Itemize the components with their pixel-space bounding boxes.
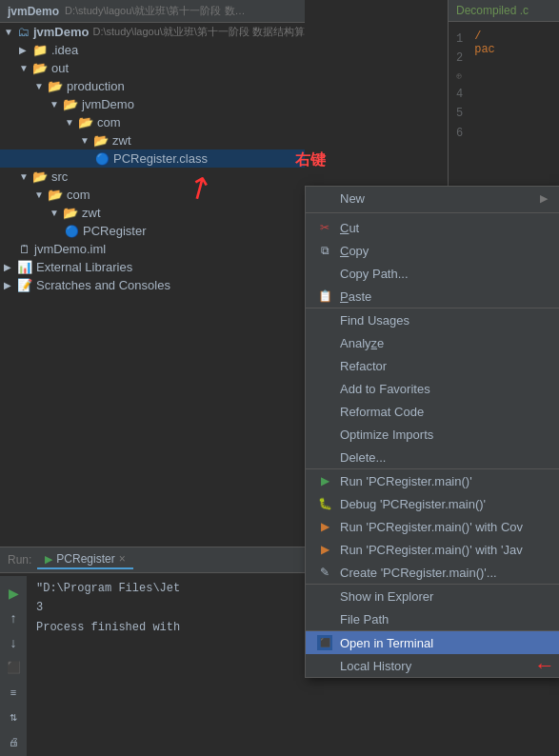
run-label: Run:	[8, 553, 31, 567]
arrow-icon: ▼	[19, 63, 32, 73]
output-line1: "D:\Program Files\Jet	[36, 579, 180, 598]
line-numbers: 1 2 ⊕ 4 5 6	[449, 22, 470, 150]
menu-item-runjava[interactable]: ▶ Run 'PCRegister.main()' with 'Jav	[306, 538, 559, 561]
run-tab-label: PCRegister	[56, 552, 114, 566]
run-list-button[interactable]: ≡	[4, 683, 23, 702]
menu-item-refactor[interactable]: Refactor	[306, 354, 559, 377]
tree-item-idea[interactable]: ▶ 📁 .idea	[0, 41, 305, 59]
menu-label-findusages: Find Usages	[340, 313, 548, 328]
refactor-icon	[317, 358, 332, 373]
run-stop-button[interactable]: ⬛	[4, 658, 23, 677]
run-tab-close[interactable]: ×	[119, 552, 126, 566]
folder-icon: 📂	[63, 206, 78, 220]
folder-icon: 📂	[32, 61, 48, 75]
menu-item-run[interactable]: ▶ Run 'PCRegister.main()'	[306, 469, 559, 492]
run-print-button[interactable]: 🖨	[4, 732, 23, 751]
run-down-button[interactable]: ↓	[4, 633, 23, 652]
tree-item-com[interactable]: ▼ 📂 com	[0, 113, 305, 131]
tree-label: zwt	[112, 133, 131, 148]
menu-item-paste[interactable]: 📋 Paste	[306, 285, 559, 308]
tree-item-extlibs[interactable]: ▶ 📊 External Libraries	[0, 258, 305, 276]
tree-item-src[interactable]: ▼ 📂 src	[0, 168, 305, 186]
menu-item-debug[interactable]: 🐛 Debug 'PCRegister.main()'	[306, 492, 559, 515]
run-scroll-button[interactable]: ⇅	[4, 707, 23, 726]
tree-item-scratches[interactable]: ▶ 📝 Scratches and Consoles	[0, 276, 305, 294]
copy-icon: ⧉	[317, 243, 332, 258]
menu-label-runcov: Run 'PCRegister.main()' with Cov	[340, 520, 548, 534]
runjava-icon: ▶	[317, 542, 332, 557]
output-line2: 3	[36, 598, 180, 617]
editor-tab[interactable]: Decompiled .c	[449, 0, 559, 22]
menu-item-analyze[interactable]: Analyze	[306, 331, 559, 354]
menu-item-filepath[interactable]: File Path	[306, 607, 559, 631]
menu-label-copypath: Copy Path...	[340, 267, 548, 281]
arrow-icon: ▼	[4, 27, 17, 37]
tree-label: zwt	[82, 206, 101, 220]
run-tab-pcregister[interactable]: ▶ PCRegister ×	[37, 550, 132, 569]
tree-label: com	[97, 115, 121, 129]
cut-icon: ✂	[317, 220, 332, 235]
menu-item-copypath[interactable]: Copy Path...	[306, 262, 559, 285]
right-click-annotation: 右键	[295, 150, 326, 170]
tree-label: PCRegister.class	[113, 151, 208, 166]
menu-item-create[interactable]: ✎ Create 'PCRegister.main()'...	[306, 561, 559, 585]
tree-item-pcregister[interactable]: 🔵 PCRegister	[0, 222, 305, 240]
tree-label: out	[51, 61, 69, 75]
arrow-icon: ▼	[50, 208, 63, 218]
create-icon: ✎	[317, 565, 332, 580]
tree-item-pcregisterclass[interactable]: 🔵 PCRegister.class	[0, 149, 305, 168]
menu-item-findusages[interactable]: Find Usages	[306, 308, 559, 331]
run-output: "D:\Program Files\Jet 3 Process finished…	[27, 573, 190, 755]
menu-item-runcov[interactable]: ▶ Run 'PCRegister.main()' with Cov	[306, 515, 559, 538]
run-up-button[interactable]: ↑	[4, 608, 23, 627]
menu-label-addfavorites: Add to Favorites	[340, 382, 548, 396]
menu-label-reformat: Reformat Code	[340, 405, 548, 419]
tree-item-out[interactable]: ▼ 📂 out	[0, 59, 305, 77]
tree-item-com2[interactable]: ▼ 📂 com	[0, 186, 305, 204]
editor-tab-label: Decompiled .c	[456, 4, 529, 17]
menu-item-optimize[interactable]: Optimize Imports	[306, 423, 559, 446]
folder-icon: 📂	[93, 133, 109, 148]
tree-item-jvmdemo2[interactable]: ▼ 📂 jvmDemo	[0, 95, 305, 113]
red-arrow-terminal: ←	[534, 653, 555, 678]
arrow-icon: ▼	[50, 99, 63, 109]
code-area: / pac	[470, 22, 499, 150]
menu-item-addfavorites[interactable]: Add to Favorites	[306, 377, 559, 400]
copypath-icon	[317, 266, 332, 281]
arrow-icon: ▶	[4, 280, 17, 290]
menu-item-cut[interactable]: ✂ Cut	[306, 216, 559, 239]
menu-item-delete[interactable]: Delete...	[306, 446, 559, 469]
menu-label-analyze: Analyze	[340, 336, 548, 350]
menu-item-reformat[interactable]: Reformat Code	[306, 400, 559, 423]
menu-label-cut: Cut	[340, 221, 548, 235]
tree-item-zwt[interactable]: ▼ 📂 zwt	[0, 131, 305, 149]
folder-icon: 📂	[63, 97, 78, 111]
tree-label: Scratches and Consoles	[36, 278, 170, 292]
run-play-button[interactable]: ▶	[4, 584, 23, 603]
tree-header: jvmDemo D:\study\lagou\就业班\第十一阶段 数据结构算法	[0, 0, 305, 23]
menu-item-showexplorer[interactable]: Show in Explorer	[306, 585, 559, 607]
filepath-icon	[317, 611, 332, 627]
menu-label-refactor: Refactor	[340, 359, 548, 373]
tree-label: .idea	[51, 43, 78, 57]
project-tree-panel: jvmDemo D:\study\lagou\就业班\第十一阶段 数据结构算法 …	[0, 0, 305, 552]
tree-item-zwt2[interactable]: ▼ 📂 zwt	[0, 204, 305, 222]
menu-item-copy[interactable]: ⧉ Copy	[306, 239, 559, 262]
runcov-icon: ▶	[317, 519, 332, 534]
tree-item-production[interactable]: ▼ 📂 production	[0, 77, 305, 95]
menu-label-delete: Delete...	[340, 450, 548, 465]
tree-item-jvmdemoIml[interactable]: 🗒 jvmDemo.iml	[0, 240, 305, 258]
run-tab-icon: ▶	[45, 553, 52, 566]
tree-label: jvmDemo.iml	[34, 242, 106, 256]
menu-label-runjava: Run 'PCRegister.main()' with 'Jav	[340, 543, 548, 557]
analyze-icon	[317, 335, 332, 350]
java-icon: 🔵	[65, 225, 79, 238]
menu-item-openterminal[interactable]: ⬛ Open in Terminal	[306, 631, 559, 654]
menu-item-localhistory[interactable]: Local History	[306, 654, 559, 677]
line-2-expand: ⊕	[449, 69, 470, 85]
menu-item-new[interactable]: New ▶	[306, 187, 559, 209]
libs-icon: 📊	[17, 260, 32, 274]
tree-item-jvmDemo[interactable]: ▼ 🗂 jvmDemo D:\study\lagou\就业班\第十一阶段 数据结…	[0, 23, 305, 41]
tree-label: jvmDemo	[33, 25, 90, 39]
line-6: 6	[449, 124, 470, 143]
